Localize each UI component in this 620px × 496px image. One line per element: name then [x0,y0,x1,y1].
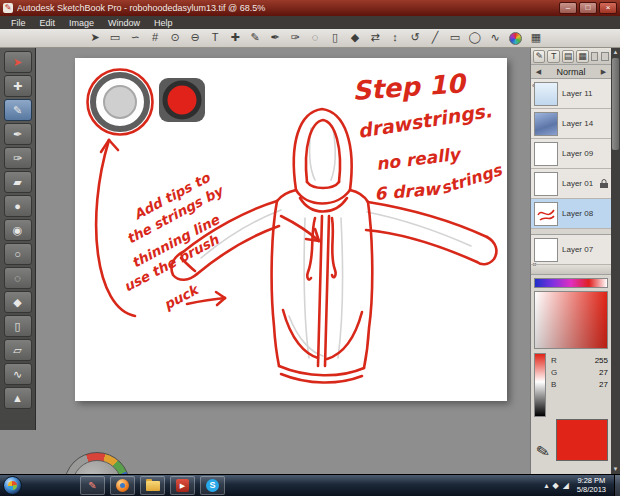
palette-custom-brush-icon[interactable]: ▲ [4,387,32,409]
color-editor-header[interactable] [531,265,611,275]
start-button[interactable] [3,476,22,495]
palette-smear-icon[interactable]: ∿ [4,363,32,385]
layer-row[interactable]: Layer 07 [531,235,611,265]
symmetry-x-icon[interactable]: ⇄ [366,30,384,46]
eraser-tool-icon[interactable]: ▯ [326,30,344,46]
minimize-button[interactable]: – [559,2,577,14]
layer-row-selected[interactable]: Layer 08 [531,199,611,229]
rectangle-tool-icon[interactable]: ▭ [446,30,464,46]
panel-minimize-button[interactable] [591,52,599,61]
drawing-canvas[interactable]: Step 10 drawstrings. no really 6 draw st… [75,58,507,401]
menu-help[interactable]: Help [147,18,180,28]
menu-edit[interactable]: Edit [33,18,63,28]
red-label: R [551,356,557,368]
layer-thumbnail[interactable] [534,202,558,226]
menu-window[interactable]: Window [101,18,147,28]
menu-file[interactable]: File [4,18,33,28]
scroll-down-icon[interactable]: ▼ [611,465,620,474]
taskbar-skype-icon[interactable]: S [200,476,225,495]
blend-mode-label[interactable]: Normal [544,67,598,77]
panel-close-button[interactable] [601,52,609,61]
layer-thumbnail[interactable] [534,112,558,136]
text-tool-icon[interactable]: T [206,30,224,46]
line-tool-icon[interactable]: ╱ [426,30,444,46]
blend-prev-icon[interactable]: ◀ [533,68,544,76]
palette-eraser-hard-icon[interactable]: ▯ [4,315,32,337]
current-color-swatch[interactable] [556,419,608,461]
maximize-button[interactable]: □ [579,2,597,14]
scroll-up-icon[interactable]: ▲ [611,48,620,57]
text-editor-icon[interactable]: T [547,50,559,63]
airbrush-tool-icon[interactable]: ◌ [306,30,324,46]
hue-spectrum-bar[interactable] [534,278,608,288]
palette-eraser-soft-icon[interactable]: ▱ [4,339,32,361]
show-desktop-button[interactable] [614,475,620,496]
taskbar-firefox-icon[interactable] [110,476,135,495]
palette-fill-icon[interactable]: ◆ [4,291,32,313]
palette-brush-medium-icon[interactable]: ◉ [4,219,32,241]
crop-icon[interactable]: # [146,30,164,46]
layer-row[interactable]: Layer 09 [531,139,611,169]
layer-row[interactable]: Layer 11 [531,79,611,109]
move-tool-icon[interactable]: ✚ [226,30,244,46]
pen-tool-icon[interactable]: ✒ [266,30,284,46]
marker-tool-icon[interactable]: ✑ [286,30,304,46]
pencil-tool-icon[interactable]: ✎ [246,30,264,46]
taskbar-media-player-icon[interactable]: ▶ [170,476,195,495]
ellipse-tool-icon[interactable]: ◯ [466,30,484,46]
color-pencil-icon[interactable]: ✎ [532,440,554,462]
zoom-out-icon[interactable]: ⊖ [186,30,204,46]
main-toolbar: ➤ ▭ ∽ # ⊙ ⊖ T ✚ ✎ ✒ ✑ ◌ ▯ ◆ ⇄ ↕ ↺ ╱ ▭ ◯ … [0,29,620,48]
transform-icon[interactable]: ↺ [406,30,424,46]
luminance-slider[interactable] [534,353,546,417]
select-tool-icon[interactable]: ➤ [86,30,104,46]
layer-editor-icon[interactable]: ▤ [562,50,574,63]
red-value: 255 [595,356,608,368]
layer-name: Layer 07 [562,245,593,254]
layer-thumbnail[interactable] [534,82,558,106]
palette-select-icon[interactable]: ➤ [4,51,32,73]
blend-next-icon[interactable]: ▶ [598,68,609,76]
scrollbar-thumb[interactable] [612,58,619,150]
action-center-icon[interactable]: ◆ [552,481,558,490]
vertical-scrollbar[interactable]: ▲ ▼ [611,48,620,474]
panel-header: ✎ T ▤ ▦ [531,48,611,65]
palette-brush-small-icon[interactable]: ○ [4,243,32,265]
menu-bar: File Edit Image Window Help [0,16,620,29]
fill-tool-icon[interactable]: ◆ [346,30,364,46]
palette-brush-large-icon[interactable]: ● [4,195,32,217]
palette-marker-icon[interactable]: ✑ [4,147,32,169]
layer-thumbnail[interactable] [534,172,558,196]
menu-image[interactable]: Image [62,18,101,28]
window-title: Autodesk SketchBook Pro - robohoodedasyl… [17,3,559,13]
layer-thumbnail[interactable] [534,238,558,262]
palette-chisel-icon[interactable]: ▰ [4,171,32,193]
annotation-and-draw: 6 draw [374,178,443,204]
swatches-icon[interactable]: ▦ [576,50,588,63]
taskbar-explorer-icon[interactable] [140,476,165,495]
color-wheel-icon[interactable] [509,32,522,45]
close-button[interactable]: × [599,2,617,14]
layer-thumbnail[interactable] [534,142,558,166]
zoom-in-icon[interactable]: ⊙ [166,30,184,46]
layer-row[interactable]: Layer 01 [531,169,611,199]
taskbar-sketchbook-icon[interactable]: ✎ [80,476,105,495]
blue-label: B [551,380,556,392]
curve-tool-icon[interactable]: ∿ [486,30,504,46]
brush-library-icon[interactable]: ▦ [527,30,545,46]
palette-move-icon[interactable]: ✚ [4,75,32,97]
layer-name: Layer 14 [562,119,593,128]
network-icon[interactable]: ◢ [563,481,569,490]
palette-pen-icon[interactable]: ✒ [4,123,32,145]
brush-palette-icon[interactable]: ✎ [533,50,545,63]
symmetry-y-icon[interactable]: ↕ [386,30,404,46]
taskbar-clock[interactable]: 9:28 PM 5/8/2013 [573,477,610,494]
layer-row[interactable]: Layer 14 [531,109,611,139]
tray-expand-icon[interactable]: ▴ [544,481,548,490]
lock-icon [600,179,608,188]
saturation-value-square[interactable] [534,291,608,349]
lasso-icon[interactable]: ∽ [126,30,144,46]
marquee-select-icon[interactable]: ▭ [106,30,124,46]
palette-pencil-icon[interactable]: ✎ [4,99,32,121]
palette-airbrush-icon[interactable]: ◌ [4,267,32,289]
